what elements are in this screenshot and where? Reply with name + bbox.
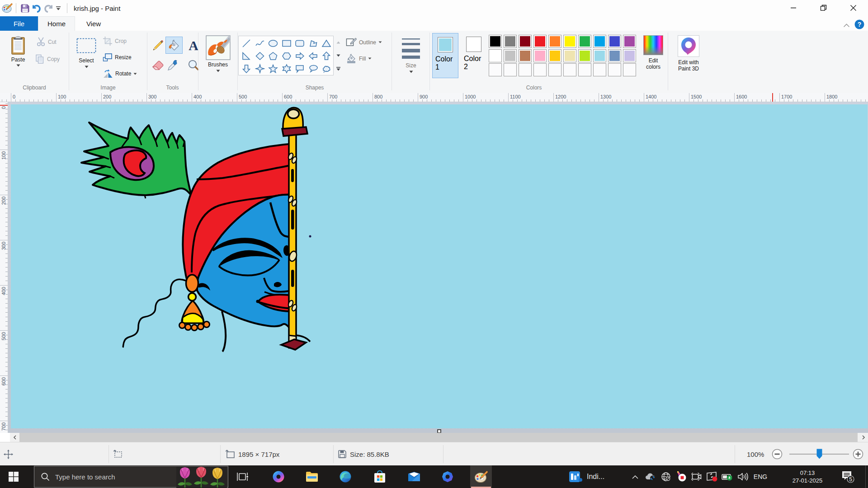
palette-empty-slot[interactable] [578,63,591,76]
redo-button[interactable] [42,2,54,14]
display-record-icon[interactable] [704,465,720,488]
shape-cloud-callout[interactable] [321,63,332,75]
palette-swatch[interactable] [593,49,606,62]
brushes-button[interactable]: Brushes [205,35,231,72]
color-picker-tool[interactable] [165,58,180,72]
shapes-scroll-up-button[interactable] [334,36,343,49]
shape-five-point-star[interactable] [267,63,279,75]
camera-icon[interactable] [689,465,704,488]
shape-triangle[interactable] [321,38,332,49]
pencil-tool[interactable] [151,38,165,53]
screen-recorder-icon[interactable] [674,465,689,488]
show-desktop-button[interactable] [865,465,868,488]
clock[interactable]: 07:13 27-01-2025 [786,465,829,488]
palette-swatch[interactable] [623,49,636,62]
paint-taskbar-button[interactable] [470,465,492,488]
shapes-more-button[interactable] [334,62,343,75]
palette-swatch[interactable] [489,35,502,48]
palette-empty-slot[interactable] [623,63,636,76]
collapse-ribbon-button[interactable] [843,21,850,29]
horizontal-scrollbar[interactable] [10,433,868,442]
palette-empty-slot[interactable] [563,63,576,76]
edge-button[interactable] [335,465,356,488]
undo-button[interactable] [31,2,42,14]
shape-hexagon[interactable] [281,50,292,62]
shape-fill-button[interactable]: Fill [346,53,372,64]
notification-center-button[interactable]: 5 [834,465,861,488]
palette-swatch[interactable] [563,35,576,48]
color2-button[interactable]: Color 2 [461,33,487,78]
palette-swatch[interactable] [504,49,517,62]
palette-swatch[interactable] [533,49,547,62]
shape-right-arrow[interactable] [294,50,306,62]
zoom-out-button[interactable] [772,442,783,466]
paste-button[interactable]: Paste [7,36,29,67]
shape-rounded-rectangle[interactable] [294,38,306,49]
palette-empty-slot[interactable] [504,63,517,76]
volume-icon[interactable] [735,465,750,488]
copilot-button[interactable] [268,465,289,488]
shape-right-triangle[interactable] [241,50,252,62]
palette-swatch[interactable] [504,35,517,48]
palette-swatch[interactable] [548,35,561,48]
shape-down-arrow[interactable] [241,63,252,75]
tab-view[interactable]: View [75,16,112,31]
search-box[interactable]: Type here to search [34,466,228,488]
palette-swatch[interactable] [519,49,532,62]
shape-line[interactable] [241,38,252,49]
microsoft-store-button[interactable] [369,465,391,488]
scroll-left-button[interactable] [10,433,19,442]
copy-button[interactable]: Copy [35,54,60,64]
file-explorer-button[interactable] [301,465,323,488]
restore-button[interactable] [808,0,838,15]
zoom-slider-thumb[interactable] [816,449,822,460]
palette-empty-slot[interactable] [533,63,547,76]
shape-up-arrow[interactable] [321,50,332,62]
palette-swatch[interactable] [608,49,621,62]
palette-swatch[interactable] [623,35,636,48]
save-button[interactable] [19,2,31,14]
crop-button[interactable]: Crop [103,36,127,46]
widgets-button[interactable]: Indi... [564,465,609,488]
shape-outline-button[interactable]: Outline [346,37,382,47]
hidden-icons-chevron[interactable] [627,465,643,488]
start-button[interactable] [0,465,27,488]
fill-with-color-tool[interactable] [165,37,183,54]
palette-swatch[interactable] [608,35,621,48]
resize-button[interactable]: Resize [103,52,132,62]
shape-rectangle[interactable] [281,38,292,49]
shape-pentagon[interactable] [267,50,279,62]
shape-rounded-callout[interactable] [294,63,306,75]
palette-swatch[interactable] [593,35,606,48]
palette-empty-slot[interactable] [548,63,561,76]
media-player-button[interactable] [437,465,458,488]
tab-home[interactable]: Home [38,16,75,31]
shape-diamond[interactable] [254,50,266,62]
battery-eco-icon[interactable] [720,465,735,488]
palette-swatch[interactable] [578,49,591,62]
size-button[interactable]: Size [399,37,423,73]
scrollbar-thumb[interactable] [19,433,858,442]
palette-empty-slot[interactable] [489,63,502,76]
palette-swatch[interactable] [489,49,502,62]
palette-empty-slot[interactable] [519,63,532,76]
shapes-scroll-down-button[interactable] [334,49,343,62]
palette-swatch[interactable] [533,35,547,48]
cut-button[interactable]: Cut [36,37,57,47]
minimize-button[interactable] [778,0,808,15]
shape-four-point-star[interactable] [254,63,266,75]
scroll-right-button[interactable] [859,433,868,442]
language-indicator[interactable]: ENG [750,473,770,480]
mail-button[interactable] [403,465,425,488]
rotate-button[interactable]: Rotate [103,69,137,79]
palette-swatch[interactable] [548,49,561,62]
close-button[interactable] [838,0,868,15]
edit-colors-button[interactable]: Edit colors [640,35,667,70]
shape-left-arrow[interactable] [307,50,319,62]
palette-empty-slot[interactable] [608,63,621,76]
shape-oval-callout[interactable] [307,63,319,75]
customize-qat-button[interactable] [54,2,62,14]
palette-swatch[interactable] [563,49,576,62]
select-button[interactable]: Select [75,38,98,68]
edit-with-paint3d-button[interactable]: Edit with Paint 3D [673,35,704,72]
